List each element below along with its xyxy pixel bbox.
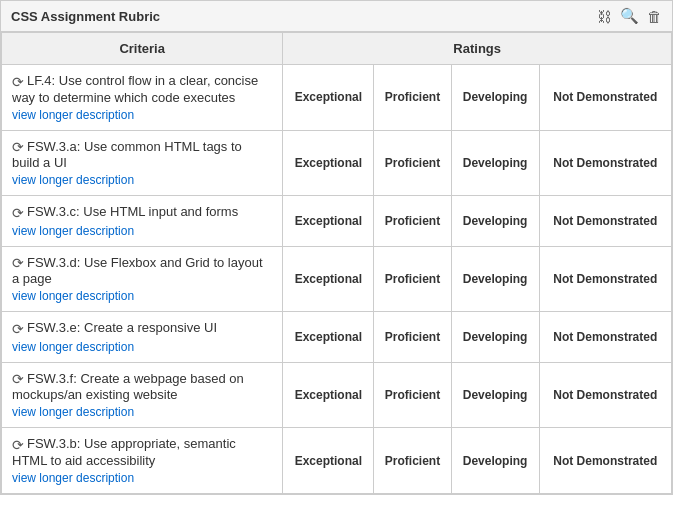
criteria-icon: ⟳ xyxy=(12,74,24,90)
not-demonstrated-cell[interactable]: Not Demonstrated xyxy=(539,246,671,312)
criteria-icon: ⟳ xyxy=(12,205,24,221)
criteria-icon: ⟳ xyxy=(12,371,24,387)
view-longer-link[interactable]: view longer description xyxy=(12,224,272,238)
exceptional-cell[interactable]: Exceptional xyxy=(283,362,374,428)
exceptional-cell[interactable]: Exceptional xyxy=(283,246,374,312)
exceptional-cell[interactable]: Exceptional xyxy=(283,312,374,363)
criteria-title: FSW.3.c: Use HTML input and forms xyxy=(27,204,238,219)
developing-cell[interactable]: Developing xyxy=(451,312,539,363)
view-longer-link[interactable]: view longer description xyxy=(12,289,272,303)
rubric-window: CSS Assignment Rubric ⛓ 🔍 🗑 Criteria Rat… xyxy=(0,0,673,495)
proficient-cell[interactable]: Proficient xyxy=(374,312,451,363)
criteria-icon: ⟳ xyxy=(12,255,24,271)
criteria-title: LF.4: Use control flow in a clear, conci… xyxy=(12,73,258,105)
developing-cell[interactable]: Developing xyxy=(451,196,539,247)
view-longer-link[interactable]: view longer description xyxy=(12,340,272,354)
proficient-cell[interactable]: Proficient xyxy=(374,65,451,131)
criteria-icon: ⟳ xyxy=(12,321,24,337)
proficient-cell[interactable]: Proficient xyxy=(374,428,451,494)
table-row: ⟳FSW.3.f: Create a webpage based on mock… xyxy=(2,362,672,428)
not-demonstrated-cell[interactable]: Not Demonstrated xyxy=(539,196,671,247)
trash-icon[interactable]: 🗑 xyxy=(647,8,662,25)
title-bar-actions: ⛓ 🔍 🗑 xyxy=(597,7,662,25)
table-row: ⟳FSW.3.b: Use appropriate, semantic HTML… xyxy=(2,428,672,494)
criteria-cell: ⟳FSW.3.f: Create a webpage based on mock… xyxy=(2,362,283,428)
not-demonstrated-cell[interactable]: Not Demonstrated xyxy=(539,65,671,131)
link-icon[interactable]: ⛓ xyxy=(597,8,612,25)
table-row: ⟳LF.4: Use control flow in a clear, conc… xyxy=(2,65,672,131)
exceptional-cell[interactable]: Exceptional xyxy=(283,65,374,131)
developing-cell[interactable]: Developing xyxy=(451,130,539,196)
exceptional-cell[interactable]: Exceptional xyxy=(283,130,374,196)
table-row: ⟳FSW.3.c: Use HTML input and formsview l… xyxy=(2,196,672,247)
criteria-title: FSW.3.f: Create a webpage based on mocku… xyxy=(12,371,244,403)
proficient-cell[interactable]: Proficient xyxy=(374,362,451,428)
ratings-header: Ratings xyxy=(283,33,672,65)
title-bar: CSS Assignment Rubric ⛓ 🔍 🗑 xyxy=(1,1,672,32)
proficient-cell[interactable]: Proficient xyxy=(374,130,451,196)
criteria-header: Criteria xyxy=(2,33,283,65)
criteria-title: FSW.3.a: Use common HTML tags to build a… xyxy=(12,139,242,171)
criteria-title: FSW.3.d: Use Flexbox and Grid to layout … xyxy=(12,255,263,287)
not-demonstrated-cell[interactable]: Not Demonstrated xyxy=(539,130,671,196)
developing-cell[interactable]: Developing xyxy=(451,65,539,131)
table-row: ⟳FSW.3.d: Use Flexbox and Grid to layout… xyxy=(2,246,672,312)
criteria-cell: ⟳FSW.3.b: Use appropriate, semantic HTML… xyxy=(2,428,283,494)
exceptional-cell[interactable]: Exceptional xyxy=(283,428,374,494)
view-longer-link[interactable]: view longer description xyxy=(12,405,272,419)
criteria-cell: ⟳FSW.3.c: Use HTML input and formsview l… xyxy=(2,196,283,247)
view-longer-link[interactable]: view longer description xyxy=(12,471,272,485)
table-row: ⟳FSW.3.e: Create a responsive UIview lon… xyxy=(2,312,672,363)
exceptional-cell[interactable]: Exceptional xyxy=(283,196,374,247)
window-title: CSS Assignment Rubric xyxy=(11,9,160,24)
criteria-cell: ⟳LF.4: Use control flow in a clear, conc… xyxy=(2,65,283,131)
rubric-table: Criteria Ratings ⟳LF.4: Use control flow… xyxy=(1,32,672,494)
criteria-title: FSW.3.e: Create a responsive UI xyxy=(27,320,217,335)
criteria-cell: ⟳FSW.3.e: Create a responsive UIview lon… xyxy=(2,312,283,363)
criteria-title: FSW.3.b: Use appropriate, semantic HTML … xyxy=(12,436,236,468)
not-demonstrated-cell[interactable]: Not Demonstrated xyxy=(539,312,671,363)
criteria-cell: ⟳FSW.3.d: Use Flexbox and Grid to layout… xyxy=(2,246,283,312)
table-row: ⟳FSW.3.a: Use common HTML tags to build … xyxy=(2,130,672,196)
criteria-cell: ⟳FSW.3.a: Use common HTML tags to build … xyxy=(2,130,283,196)
criteria-icon: ⟳ xyxy=(12,437,24,453)
proficient-cell[interactable]: Proficient xyxy=(374,196,451,247)
not-demonstrated-cell[interactable]: Not Demonstrated xyxy=(539,362,671,428)
proficient-cell[interactable]: Proficient xyxy=(374,246,451,312)
developing-cell[interactable]: Developing xyxy=(451,428,539,494)
view-longer-link[interactable]: view longer description xyxy=(12,173,272,187)
developing-cell[interactable]: Developing xyxy=(451,246,539,312)
not-demonstrated-cell[interactable]: Not Demonstrated xyxy=(539,428,671,494)
search-icon[interactable]: 🔍 xyxy=(620,7,639,25)
developing-cell[interactable]: Developing xyxy=(451,362,539,428)
criteria-icon: ⟳ xyxy=(12,139,24,155)
view-longer-link[interactable]: view longer description xyxy=(12,108,272,122)
